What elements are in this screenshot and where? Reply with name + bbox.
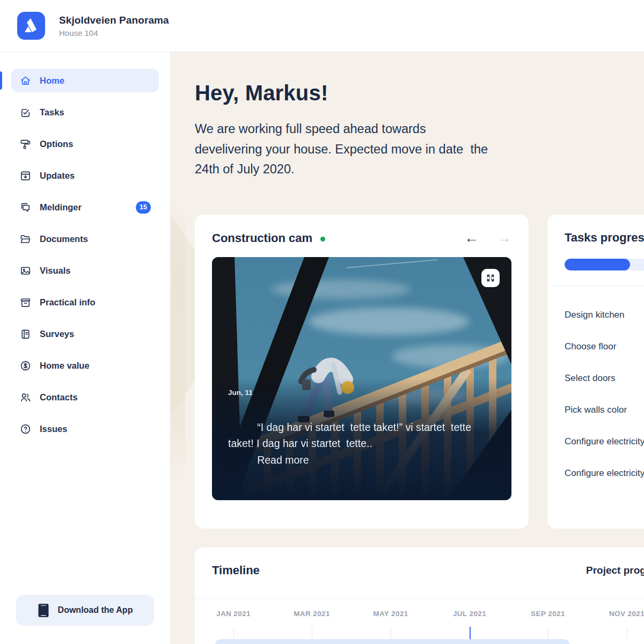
expand-photo-button[interactable] — [481, 269, 500, 287]
sidebar-item-options[interactable]: Options — [11, 132, 159, 156]
prev-photo-arrow[interactable]: ← — [464, 231, 479, 245]
smartphone-icon — [38, 603, 49, 618]
timeline-month: JAN 2021 — [216, 610, 251, 618]
sidebar-item-label: Issues — [40, 424, 67, 434]
main-content: Hey, Markus! We are working full speed a… — [171, 52, 644, 644]
sidebar-item-contacts[interactable]: Contacts — [11, 385, 159, 409]
chat-bubbles-icon — [19, 201, 32, 214]
archive-box-icon — [19, 296, 32, 309]
sidebar-item-meldinger[interactable]: Meldinger 15 — [11, 195, 159, 219]
sidebar-item-label: Documents — [40, 234, 88, 244]
timeline-month: MAR 2021 — [294, 610, 330, 618]
tasks-progress-fill — [565, 259, 630, 270]
sidebar-item-label: Meldinger — [40, 202, 82, 213]
app-logo-icon — [17, 12, 45, 40]
timeline-tick — [391, 627, 391, 639]
sidebar-item-label: Options — [40, 139, 73, 149]
sidebar-item-label: Home value — [40, 361, 90, 371]
people-icon — [19, 391, 32, 404]
sidebar-item-home[interactable]: Home — [11, 69, 159, 92]
photo-caption-overlay: Jun, 11 “I dag har vi startet tette take… — [212, 378, 511, 500]
project-progress-label: Project progress — [586, 564, 644, 576]
construction-cam-card: Construction cam ← → — [195, 215, 529, 529]
next-photo-arrow[interactable]: → — [497, 231, 511, 245]
sidebar-item-label: Tasks — [40, 107, 64, 118]
sidebar-item-label: Surveys — [40, 329, 74, 339]
sidebar-item-updates[interactable]: Updates — [11, 164, 159, 187]
home-icon — [19, 75, 32, 87]
tasks-progress-card: Tasks progress Design kitchen Choose flo… — [547, 215, 644, 529]
project-subtitle: House 104 — [59, 28, 169, 38]
tasks-icon — [19, 106, 32, 119]
sidebar-item-label: Updates — [40, 171, 75, 181]
sidebar-item-home-value[interactable]: Home value — [11, 354, 159, 377]
unread-count-badge: 15 — [136, 201, 151, 214]
sidebar-item-issues[interactable]: Issues — [11, 417, 159, 441]
download-app-button[interactable]: Download the App — [16, 595, 154, 626]
timeline-tick — [548, 627, 548, 639]
construction-cam-photo: Jun, 11 “I dag har vi startet tette take… — [212, 257, 511, 500]
sidebar-item-label: Practical info — [40, 297, 96, 308]
timeline-month: MAY 2021 — [373, 610, 408, 618]
task-item[interactable]: Configure electricity — [565, 426, 644, 457]
timeline-tick — [312, 627, 312, 639]
greeting-section: Hey, Markus! We are working full speed a… — [195, 81, 495, 180]
task-item[interactable]: Choose floor — [565, 331, 644, 362]
question-circle-icon — [19, 423, 32, 435]
photo-caption-text: “I dag har vi startet tette taket!” vi s… — [228, 421, 474, 449]
sidebar-item-practical-info[interactable]: Practical info — [11, 290, 159, 314]
timeline-card: Timeline Project progress JAN 2021 MAR 2… — [195, 547, 644, 644]
task-item[interactable]: Configure electricity — [565, 457, 644, 489]
timeline-title: Timeline — [212, 564, 260, 577]
folder-icon — [19, 233, 32, 245]
timeline-tick — [627, 627, 627, 639]
expand-icon — [486, 274, 495, 282]
sidebar-item-label: Home — [40, 76, 64, 86]
timeline-month: NOV 2021 — [609, 610, 644, 618]
timeline-month: SEP 2021 — [531, 610, 565, 618]
timeline-tick — [233, 627, 234, 639]
updates-box-icon — [19, 170, 32, 182]
read-more-link[interactable]: Read more — [257, 454, 309, 466]
download-app-label: Download the App — [58, 605, 133, 615]
active-indicator — [0, 71, 2, 90]
greeting-body: We are working full speed ahead towards … — [195, 119, 495, 180]
live-status-dot — [320, 237, 325, 241]
sidebar-item-documents[interactable]: Documents — [11, 227, 159, 251]
construction-cam-title: Construction cam — [212, 231, 312, 245]
task-item[interactable]: Design kitchen — [565, 299, 644, 331]
dollar-circle-icon — [19, 360, 32, 372]
paint-roller-icon — [19, 138, 32, 150]
sidebar-item-tasks[interactable]: Tasks — [11, 100, 159, 124]
divider — [547, 286, 644, 286]
project-timeline-bar[interactable] — [215, 639, 570, 644]
sidebar: Home Tasks Options Updates — [0, 52, 171, 644]
timeline-month: JUL 2021 — [453, 610, 486, 618]
greeting-title: Hey, Markus! — [195, 81, 495, 105]
task-item[interactable]: Pick walls color — [565, 394, 644, 426]
sidebar-item-label: Contacts — [40, 392, 78, 402]
sidebar-item-label: Visuals — [40, 266, 70, 276]
task-item[interactable]: Select doors — [565, 362, 644, 394]
project-title: Skjoldveien Panorama — [59, 14, 169, 26]
sidebar-item-surveys[interactable]: Surveys — [11, 322, 159, 346]
journal-icon — [19, 328, 32, 340]
tasks-progress-track — [565, 259, 644, 270]
tasks-progress-title: Tasks progress — [565, 231, 644, 245]
sidebar-item-visuals[interactable]: Visuals — [11, 259, 159, 282]
app-header: Skjoldveien Panorama House 104 — [0, 0, 644, 52]
photo-date: Jun, 11 — [228, 389, 495, 397]
image-icon — [19, 265, 32, 277]
divider — [195, 598, 644, 599]
